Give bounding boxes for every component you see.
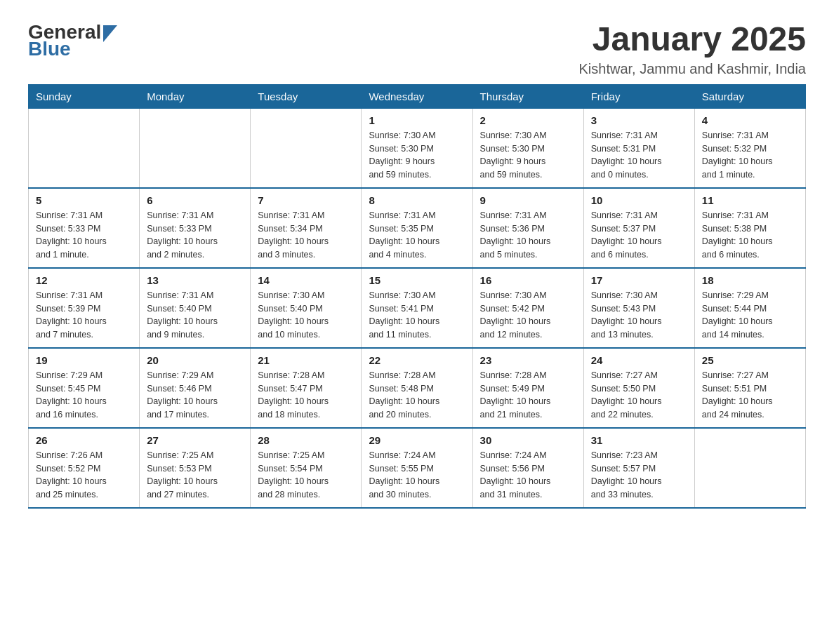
calendar-cell: 18Sunrise: 7:29 AM Sunset: 5:44 PM Dayli… (694, 268, 805, 348)
header-tuesday: Tuesday (251, 84, 362, 108)
calendar-cell: 20Sunrise: 7:29 AM Sunset: 5:46 PM Dayli… (140, 348, 251, 428)
calendar-cell: 17Sunrise: 7:30 AM Sunset: 5:43 PM Dayli… (583, 268, 694, 348)
day-info: Sunrise: 7:28 AM Sunset: 5:48 PM Dayligh… (369, 369, 465, 422)
day-info: Sunrise: 7:31 AM Sunset: 5:31 PM Dayligh… (591, 129, 687, 182)
calendar-cell: 13Sunrise: 7:31 AM Sunset: 5:40 PM Dayli… (140, 268, 251, 348)
title-block: January 2025 Kishtwar, Jammu and Kashmir… (579, 21, 806, 77)
calendar-cell: 15Sunrise: 7:30 AM Sunset: 5:41 PM Dayli… (362, 268, 472, 348)
day-number: 25 (702, 354, 798, 366)
calendar-cell: 11Sunrise: 7:31 AM Sunset: 5:38 PM Dayli… (694, 188, 805, 268)
calendar-cell: 3Sunrise: 7:31 AM Sunset: 5:31 PM Daylig… (583, 108, 694, 188)
day-number: 17 (591, 274, 687, 286)
day-number: 15 (369, 274, 465, 286)
day-number: 1 (369, 114, 465, 126)
calendar-cell: 28Sunrise: 7:25 AM Sunset: 5:54 PM Dayli… (251, 428, 362, 508)
day-number: 23 (480, 354, 576, 366)
day-info: Sunrise: 7:31 AM Sunset: 5:36 PM Dayligh… (480, 209, 576, 262)
calendar-week-row: 19Sunrise: 7:29 AM Sunset: 5:45 PM Dayli… (29, 348, 806, 428)
calendar-cell: 26Sunrise: 7:26 AM Sunset: 5:52 PM Dayli… (29, 428, 140, 508)
day-number: 2 (480, 114, 576, 126)
day-number: 29 (369, 434, 465, 446)
calendar-cell: 23Sunrise: 7:28 AM Sunset: 5:49 PM Dayli… (472, 348, 583, 428)
calendar-cell: 22Sunrise: 7:28 AM Sunset: 5:48 PM Dayli… (362, 348, 472, 428)
day-number: 10 (591, 194, 687, 206)
day-number: 14 (258, 274, 354, 286)
day-info: Sunrise: 7:30 AM Sunset: 5:40 PM Dayligh… (258, 289, 354, 342)
day-info: Sunrise: 7:31 AM Sunset: 5:35 PM Dayligh… (369, 209, 465, 262)
calendar-cell (694, 428, 805, 508)
calendar-cell: 25Sunrise: 7:27 AM Sunset: 5:51 PM Dayli… (694, 348, 805, 428)
day-info: Sunrise: 7:31 AM Sunset: 5:32 PM Dayligh… (702, 129, 798, 182)
month-title: January 2025 (579, 21, 806, 58)
day-info: Sunrise: 7:30 AM Sunset: 5:30 PM Dayligh… (369, 129, 465, 182)
calendar-cell (140, 108, 251, 188)
calendar-cell: 31Sunrise: 7:23 AM Sunset: 5:57 PM Dayli… (583, 428, 694, 508)
calendar-cell: 8Sunrise: 7:31 AM Sunset: 5:35 PM Daylig… (362, 188, 472, 268)
day-info: Sunrise: 7:29 AM Sunset: 5:45 PM Dayligh… (36, 369, 132, 422)
day-number: 22 (369, 354, 465, 366)
calendar-week-row: 1Sunrise: 7:30 AM Sunset: 5:30 PM Daylig… (29, 108, 806, 188)
day-number: 26 (36, 434, 132, 446)
calendar-cell: 2Sunrise: 7:30 AM Sunset: 5:30 PM Daylig… (472, 108, 583, 188)
calendar-cell: 29Sunrise: 7:24 AM Sunset: 5:55 PM Dayli… (362, 428, 472, 508)
day-number: 28 (258, 434, 354, 446)
day-info: Sunrise: 7:29 AM Sunset: 5:44 PM Dayligh… (702, 289, 798, 342)
day-number: 31 (591, 434, 687, 446)
header-friday: Friday (583, 84, 694, 108)
logo-blue-text: Blue (28, 38, 117, 60)
calendar-cell: 19Sunrise: 7:29 AM Sunset: 5:45 PM Dayli… (29, 348, 140, 428)
calendar-cell: 4Sunrise: 7:31 AM Sunset: 5:32 PM Daylig… (694, 108, 805, 188)
header-thursday: Thursday (472, 84, 583, 108)
header-wednesday: Wednesday (362, 84, 472, 108)
day-info: Sunrise: 7:27 AM Sunset: 5:51 PM Dayligh… (702, 369, 798, 422)
calendar-cell: 16Sunrise: 7:30 AM Sunset: 5:42 PM Dayli… (472, 268, 583, 348)
day-number: 27 (147, 434, 243, 446)
day-number: 3 (591, 114, 687, 126)
day-number: 7 (258, 194, 354, 206)
day-info: Sunrise: 7:24 AM Sunset: 5:56 PM Dayligh… (480, 449, 576, 502)
day-number: 9 (480, 194, 576, 206)
day-number: 11 (702, 194, 798, 206)
calendar-cell: 24Sunrise: 7:27 AM Sunset: 5:50 PM Dayli… (583, 348, 694, 428)
day-info: Sunrise: 7:30 AM Sunset: 5:41 PM Dayligh… (369, 289, 465, 342)
day-info: Sunrise: 7:29 AM Sunset: 5:46 PM Dayligh… (147, 369, 243, 422)
day-number: 6 (147, 194, 243, 206)
calendar-cell: 1Sunrise: 7:30 AM Sunset: 5:30 PM Daylig… (362, 108, 472, 188)
day-info: Sunrise: 7:31 AM Sunset: 5:38 PM Dayligh… (702, 209, 798, 262)
day-info: Sunrise: 7:23 AM Sunset: 5:57 PM Dayligh… (591, 449, 687, 502)
calendar-header-row: SundayMondayTuesdayWednesdayThursdayFrid… (29, 84, 806, 108)
location-text: Kishtwar, Jammu and Kashmir, India (579, 61, 806, 77)
calendar-table: SundayMondayTuesdayWednesdayThursdayFrid… (28, 84, 806, 509)
day-number: 30 (480, 434, 576, 446)
day-info: Sunrise: 7:27 AM Sunset: 5:50 PM Dayligh… (591, 369, 687, 422)
day-info: Sunrise: 7:31 AM Sunset: 5:34 PM Dayligh… (258, 209, 354, 262)
day-number: 16 (480, 274, 576, 286)
calendar-cell: 6Sunrise: 7:31 AM Sunset: 5:33 PM Daylig… (140, 188, 251, 268)
day-info: Sunrise: 7:26 AM Sunset: 5:52 PM Dayligh… (36, 449, 132, 502)
day-number: 4 (702, 114, 798, 126)
day-info: Sunrise: 7:25 AM Sunset: 5:54 PM Dayligh… (258, 449, 354, 502)
day-info: Sunrise: 7:28 AM Sunset: 5:47 PM Dayligh… (258, 369, 354, 422)
calendar-cell: 21Sunrise: 7:28 AM Sunset: 5:47 PM Dayli… (251, 348, 362, 428)
day-number: 13 (147, 274, 243, 286)
calendar-week-row: 5Sunrise: 7:31 AM Sunset: 5:33 PM Daylig… (29, 188, 806, 268)
calendar-cell: 9Sunrise: 7:31 AM Sunset: 5:36 PM Daylig… (472, 188, 583, 268)
calendar-week-row: 12Sunrise: 7:31 AM Sunset: 5:39 PM Dayli… (29, 268, 806, 348)
day-info: Sunrise: 7:31 AM Sunset: 5:40 PM Dayligh… (147, 289, 243, 342)
day-info: Sunrise: 7:28 AM Sunset: 5:49 PM Dayligh… (480, 369, 576, 422)
calendar-cell: 14Sunrise: 7:30 AM Sunset: 5:40 PM Dayli… (251, 268, 362, 348)
header-saturday: Saturday (694, 84, 805, 108)
calendar-cell: 30Sunrise: 7:24 AM Sunset: 5:56 PM Dayli… (472, 428, 583, 508)
calendar-cell (29, 108, 140, 188)
calendar-cell: 27Sunrise: 7:25 AM Sunset: 5:53 PM Dayli… (140, 428, 251, 508)
day-info: Sunrise: 7:24 AM Sunset: 5:55 PM Dayligh… (369, 449, 465, 502)
day-number: 18 (702, 274, 798, 286)
day-info: Sunrise: 7:25 AM Sunset: 5:53 PM Dayligh… (147, 449, 243, 502)
header-monday: Monday (140, 84, 251, 108)
calendar-cell (251, 108, 362, 188)
page-header: General Blue January 2025 Kishtwar, Jamm… (28, 21, 806, 77)
day-info: Sunrise: 7:30 AM Sunset: 5:43 PM Dayligh… (591, 289, 687, 342)
day-info: Sunrise: 7:31 AM Sunset: 5:37 PM Dayligh… (591, 209, 687, 262)
day-info: Sunrise: 7:30 AM Sunset: 5:30 PM Dayligh… (480, 129, 576, 182)
day-number: 19 (36, 354, 132, 366)
